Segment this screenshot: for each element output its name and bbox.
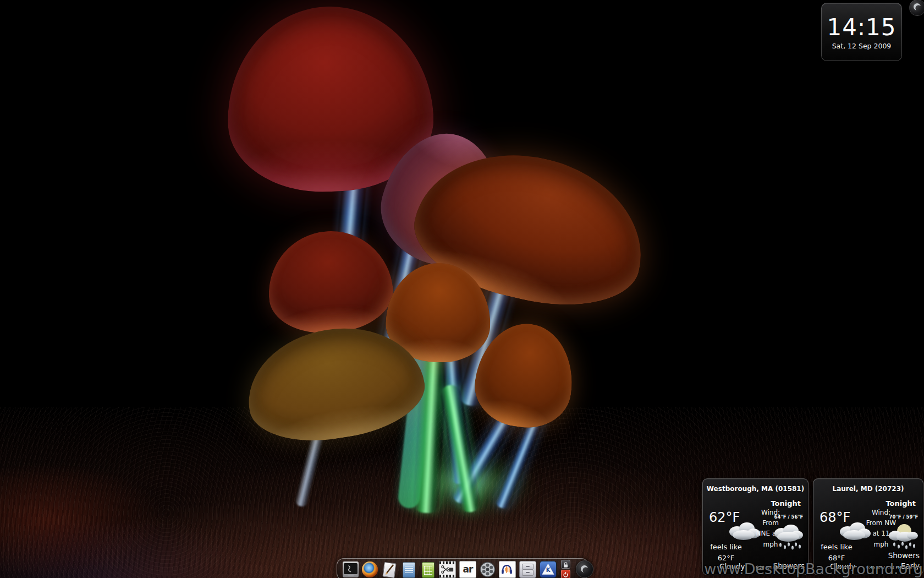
file-drawer-icon[interactable] (519, 561, 536, 578)
weather-period-label: Tonight (771, 499, 801, 508)
forecast-line: Showers (773, 561, 805, 570)
film-reel-media-player-icon[interactable] (480, 561, 496, 577)
firefox-icon[interactable] (362, 561, 378, 577)
desktop: 14:15 Sat, 12 Sep 2009 Westborough, MA (… (0, 0, 924, 578)
writer-page (403, 562, 415, 578)
dock-panel: ar (337, 558, 588, 578)
kde-k-glyph: K (540, 568, 556, 573)
weather-period-label: Tonight (886, 499, 916, 508)
forecast-line: Early (901, 561, 920, 570)
cashew-moon-glyph (581, 565, 588, 572)
clock-date: Sat, 12 Sep 2009 (832, 42, 892, 50)
ar-app-icon[interactable]: ar (459, 561, 476, 578)
weather-condition-now: Cloudy (719, 562, 745, 571)
showers-icon (772, 521, 805, 552)
calc-page (422, 562, 435, 578)
editor-pencil (381, 561, 397, 577)
weather-widget-westborough[interactable]: Westborough, MA (01581) Tonight 62°F Win… (702, 478, 809, 575)
konsole-terminal-icon[interactable] (343, 561, 359, 577)
weather-condition-forecast: Showers (771, 561, 805, 572)
feels-like-label: feels like (705, 542, 747, 553)
konsole-stand (348, 575, 354, 576)
weather-feels-like: feels like 68°F (816, 542, 857, 564)
session-buttons (561, 560, 570, 578)
forecast-line: Showers (888, 551, 920, 560)
showers-early-icon (887, 521, 920, 552)
weather-high-low: 70°F / 59°F (887, 514, 921, 520)
weather-high-low: 64°F / 56°F (772, 514, 806, 520)
weather-location: Westborough, MA (01581) (703, 485, 808, 493)
desktop-toolbox-cashew-icon[interactable] (909, 0, 924, 16)
konsole-screen (344, 563, 358, 574)
mushroom-cap-red-mid (263, 226, 396, 338)
kde-app-icon[interactable]: K (540, 561, 557, 578)
panel-toolbox-icon[interactable] (576, 560, 593, 578)
ar-glyph: ar (463, 565, 473, 574)
feels-like-label: feels like (816, 542, 857, 553)
weather-location: Laurel, MD (20723) (813, 485, 923, 493)
avidemux-video-editor-icon[interactable] (439, 561, 456, 578)
power-leave-icon[interactable] (561, 570, 570, 578)
calc-grid (424, 566, 432, 575)
drawer-slot (522, 570, 534, 576)
text-editor-icon[interactable] (381, 561, 397, 577)
power-glyph (562, 571, 570, 578)
audacity-icon[interactable] (499, 561, 516, 578)
scissors-camera-glyph (439, 561, 455, 577)
film-reel-glyph (480, 561, 496, 577)
drawer-slot (522, 564, 534, 570)
openoffice-writer-icon[interactable] (400, 561, 416, 577)
writer-lines (405, 566, 413, 575)
openoffice-calc-icon[interactable] (420, 561, 436, 577)
weather-condition-now: Cloudy (830, 562, 856, 571)
padlock-glyph (562, 561, 570, 569)
weather-feels-like: feels like 62°F (705, 542, 747, 564)
clock-time: 14:15 (827, 16, 896, 39)
weather-condition-forecast: Showers Early (886, 550, 920, 572)
lock-screen-icon[interactable] (561, 560, 570, 569)
weather-widget-laurel[interactable]: Laurel, MD (20723) Tonight 68°F Wind: Fr… (813, 478, 923, 575)
headphones-wave-glyph (499, 561, 514, 576)
cashew-moon-glyph (914, 3, 921, 10)
clock-widget[interactable]: 14:15 Sat, 12 Sep 2009 (821, 3, 902, 61)
